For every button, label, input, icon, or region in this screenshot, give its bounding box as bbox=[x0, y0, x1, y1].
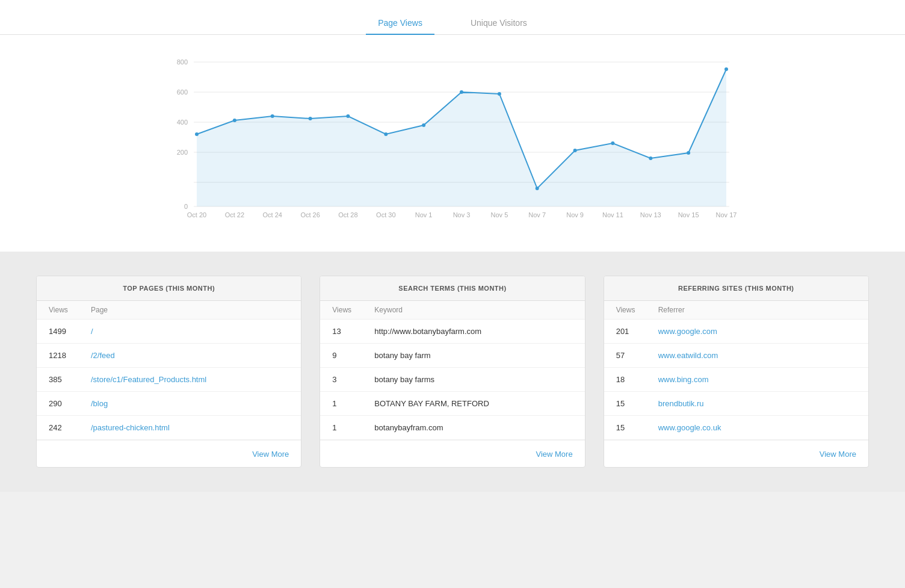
tabs: Page Views Unique Visitors bbox=[0, 12, 905, 35]
views-val: 1 bbox=[332, 399, 374, 408]
x-label-oct28: Oct 28 bbox=[338, 211, 357, 218]
view-more-row: View More bbox=[604, 440, 868, 467]
col-referrer-label: Referrer bbox=[658, 306, 856, 314]
table-row: 13 http://www.botanybayfarm.com bbox=[320, 320, 584, 344]
table-row: 18 www.bing.com bbox=[604, 368, 868, 392]
views-val: 201 bbox=[616, 327, 658, 336]
table-row: 57 www.eatwild.com bbox=[604, 344, 868, 368]
keyword-val: BOTANY BAY FARM, RETFORD bbox=[374, 399, 572, 408]
y-label-0: 0 bbox=[184, 203, 188, 210]
referring-sites-title: REFERRING SITES (THIS MONTH) bbox=[604, 276, 868, 301]
referring-sites-view-more[interactable]: View More bbox=[820, 450, 856, 459]
bottom-section: TOP PAGES (THIS MONTH) Views Page 1499 /… bbox=[0, 252, 905, 492]
views-val: 13 bbox=[332, 327, 374, 336]
search-terms-card: SEARCH TERMS (THIS MONTH) Views Keyword … bbox=[320, 276, 585, 468]
page-link[interactable]: / bbox=[91, 327, 93, 336]
x-label-nov17: Nov 17 bbox=[716, 211, 737, 218]
x-label-oct26: Oct 26 bbox=[300, 211, 320, 218]
dot-nov5 bbox=[498, 92, 501, 96]
views-val: 385 bbox=[49, 375, 91, 384]
search-terms-view-more[interactable]: View More bbox=[536, 450, 572, 459]
x-label-oct24: Oct 24 bbox=[262, 211, 282, 218]
views-val: 1 bbox=[332, 423, 374, 432]
top-pages-view-more[interactable]: View More bbox=[252, 450, 289, 459]
referrer-link[interactable]: brendbutik.ru bbox=[658, 399, 704, 408]
table-row: 1499 / bbox=[37, 320, 301, 344]
x-label-nov1: Nov 1 bbox=[415, 211, 433, 218]
page-link[interactable]: /store/c1/Featured_Products.html bbox=[91, 375, 206, 384]
x-label-nov9: Nov 9 bbox=[566, 211, 584, 218]
dot-oct24 bbox=[271, 114, 274, 118]
x-label-nov15: Nov 15 bbox=[678, 211, 699, 218]
views-val: 3 bbox=[332, 375, 374, 384]
top-pages-header: Views Page bbox=[37, 301, 301, 320]
referrer-link[interactable]: www.eatwild.com bbox=[658, 351, 718, 360]
chart-area bbox=[197, 69, 726, 206]
views-val: 9 bbox=[332, 351, 374, 360]
views-val: 1218 bbox=[49, 351, 91, 360]
x-label-oct30: Oct 30 bbox=[376, 211, 395, 218]
page-link[interactable]: /2/feed bbox=[91, 351, 115, 360]
y-label-600: 600 bbox=[177, 88, 188, 96]
dot-nov13 bbox=[649, 156, 652, 160]
referring-sites-header: Views Referrer bbox=[604, 301, 868, 320]
chart-container: 800 600 400 200 0 bbox=[164, 47, 741, 227]
table-row: 242 /pastured-chicken.html bbox=[37, 416, 301, 440]
table-row: 9 botany bay farm bbox=[320, 344, 584, 368]
page-link[interactable]: /blog bbox=[91, 399, 108, 408]
y-label-800: 800 bbox=[177, 58, 188, 66]
col-page-label: Page bbox=[91, 306, 289, 314]
x-label-oct20: Oct 20 bbox=[187, 211, 206, 218]
x-label-nov3: Nov 3 bbox=[453, 211, 471, 218]
search-terms-title: SEARCH TERMS (THIS MONTH) bbox=[320, 276, 584, 301]
views-val: 242 bbox=[49, 423, 91, 432]
col-keyword-label: Keyword bbox=[374, 306, 572, 314]
dot-nov3 bbox=[460, 90, 463, 94]
views-val: 15 bbox=[616, 399, 658, 408]
keyword-val: botanybayfram.com bbox=[374, 423, 572, 432]
dot-oct28 bbox=[346, 114, 350, 118]
dot-nov7 bbox=[536, 187, 539, 190]
x-label-nov13: Nov 13 bbox=[640, 211, 661, 218]
x-label-nov7: Nov 7 bbox=[528, 211, 546, 218]
referrer-link[interactable]: www.google.co.uk bbox=[658, 423, 721, 432]
tab-page-views[interactable]: Page Views bbox=[366, 12, 434, 35]
keyword-val: botany bay farms bbox=[374, 375, 572, 384]
dot-oct22 bbox=[233, 119, 236, 122]
keyword-val: http://www.botanybayfarm.com bbox=[374, 327, 572, 336]
search-terms-header: Views Keyword bbox=[320, 301, 584, 320]
dot-nov17 bbox=[724, 67, 728, 71]
view-more-row: View More bbox=[320, 440, 584, 467]
col-views-label: Views bbox=[49, 306, 91, 314]
referring-sites-card: REFERRING SITES (THIS MONTH) Views Refer… bbox=[604, 276, 869, 468]
table-row: 385 /store/c1/Featured_Products.html bbox=[37, 368, 301, 392]
table-row: 3 botany bay farms bbox=[320, 368, 584, 392]
views-val: 57 bbox=[616, 351, 658, 360]
referrer-link[interactable]: www.google.com bbox=[658, 327, 717, 336]
table-row: 290 /blog bbox=[37, 392, 301, 416]
x-label-nov5: Nov 5 bbox=[491, 211, 508, 218]
views-val: 1499 bbox=[49, 327, 91, 336]
dot-nov11 bbox=[611, 141, 614, 145]
referrer-link[interactable]: www.bing.com bbox=[658, 375, 709, 384]
dot-oct26 bbox=[309, 117, 312, 120]
view-more-row: View More bbox=[37, 440, 301, 467]
dot-nov1 bbox=[422, 123, 425, 127]
x-label-nov11: Nov 11 bbox=[602, 211, 623, 218]
views-val: 290 bbox=[49, 399, 91, 408]
dot-nov9 bbox=[573, 149, 577, 152]
tab-unique-visitors[interactable]: Unique Visitors bbox=[459, 12, 539, 35]
page-link[interactable]: /pastured-chicken.html bbox=[91, 423, 170, 432]
y-label-400: 400 bbox=[177, 119, 188, 126]
table-row: 1 botanybayfram.com bbox=[320, 416, 584, 440]
views-val: 18 bbox=[616, 375, 658, 384]
y-label-200: 200 bbox=[177, 149, 188, 156]
table-row: 15 brendbutik.ru bbox=[604, 392, 868, 416]
keyword-val: botany bay farm bbox=[374, 351, 572, 360]
table-row: 201 www.google.com bbox=[604, 320, 868, 344]
table-row: 15 www.google.co.uk bbox=[604, 416, 868, 440]
views-val: 15 bbox=[616, 423, 658, 432]
x-label-oct22: Oct 22 bbox=[225, 211, 244, 218]
tables-row: TOP PAGES (THIS MONTH) Views Page 1499 /… bbox=[36, 276, 869, 468]
top-pages-card: TOP PAGES (THIS MONTH) Views Page 1499 /… bbox=[36, 276, 301, 468]
